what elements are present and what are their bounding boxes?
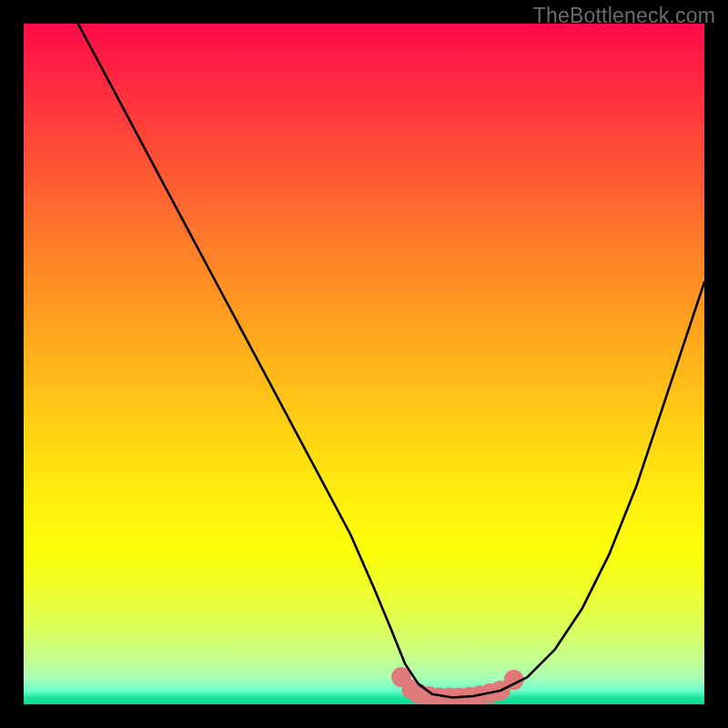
bottleneck-curve bbox=[78, 24, 704, 698]
chart-svg bbox=[24, 24, 704, 704]
plot-area bbox=[24, 24, 704, 704]
chart-frame: TheBottleneck.com bbox=[0, 0, 728, 728]
watermark-label: TheBottleneck.com bbox=[533, 4, 715, 28]
